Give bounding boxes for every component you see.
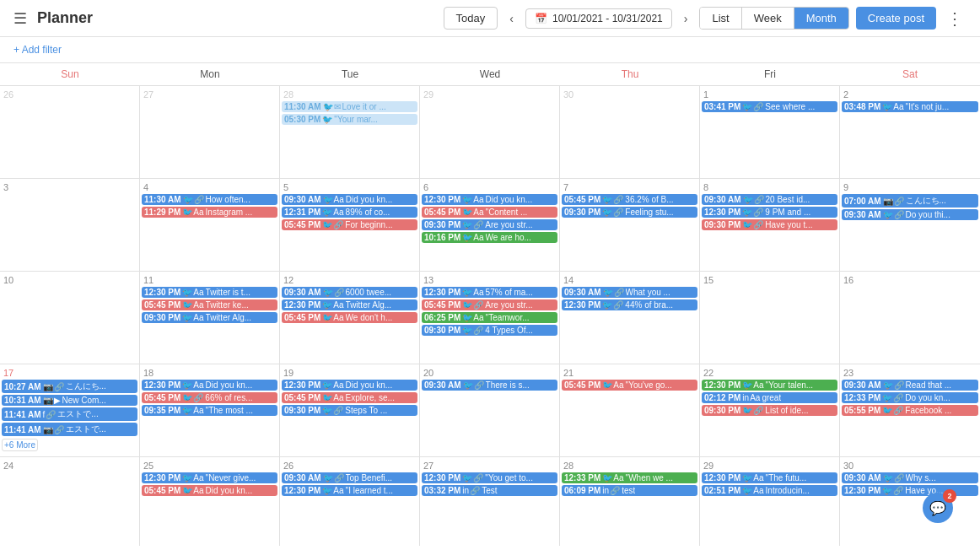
event[interactable]: 09:30 AM 🐦🔗 20 Best id... <box>702 194 837 205</box>
event[interactable]: 12:30 PM 🐦Aa "The futu... <box>702 472 837 483</box>
event[interactable]: 09:35 PM 🐦Aa "The most ... <box>142 405 277 416</box>
event[interactable]: 09:30 PM 🐦🔗 Are you str... <box>422 219 557 230</box>
event[interactable]: 05:30 PM 🐦 "Your mar... <box>282 114 417 125</box>
event[interactable]: 09:30 PM 🐦🔗 Steps To ... <box>282 405 417 416</box>
hamburger-icon[interactable]: ☰ <box>13 9 27 28</box>
calendar-icon: 📅 <box>535 13 547 24</box>
event[interactable]: 09:30 AM 🐦Aa Did you kn... <box>282 194 417 205</box>
event[interactable]: 12:30 PM 🐦Aa Twitter Alg... <box>282 299 417 310</box>
day-num: 12 <box>282 275 417 287</box>
day-num: 26 <box>282 461 417 472</box>
event[interactable]: 09:30 PM 🐦Aa Twitter Alg... <box>142 312 277 323</box>
day-num: 1 <box>702 89 837 101</box>
event[interactable]: 12:30 PM 🐦Aa "Never give... <box>142 472 277 483</box>
date-range-picker[interactable]: 📅 10/01/2021 - 10/31/2021 <box>525 8 672 29</box>
event[interactable]: 11:41 AM 📷🔗 エストで... <box>2 423 137 436</box>
event[interactable]: 11:29 PM 🐦Aa Instagram ... <box>142 207 277 218</box>
event[interactable]: 11:41 AM f🔗 エストで... <box>2 407 137 421</box>
event[interactable]: 06:09 PM in🔗 test <box>562 485 697 496</box>
list-view-button[interactable]: List <box>700 8 741 29</box>
week-row-3: 10 11 12:30 PM 🐦Aa Twitter is t... 05:45… <box>0 272 980 364</box>
today-button[interactable]: Today <box>444 7 498 30</box>
day-num: 29 <box>702 461 837 472</box>
add-filter-button[interactable]: + Add filter <box>13 44 967 56</box>
create-post-button[interactable]: Create post <box>856 7 936 30</box>
event[interactable]: 05:45 PM 🐦Aa Did you kn... <box>142 485 277 496</box>
event[interactable]: 02:12 PM inAa great <box>702 392 837 403</box>
event[interactable]: 12:33 PM 🐦🔗 Do you kn... <box>842 392 978 403</box>
event[interactable]: 05:45 PM 🐦Aa Twitter ke... <box>142 299 277 310</box>
event[interactable]: 05:45 PM 🐦Aa We don't h... <box>282 312 417 323</box>
event[interactable]: 03:41 PM 🐦🔗 See where ... <box>702 101 837 112</box>
day-25: 25 12:30 PM 🐦Aa "Never give... 05:45 PM … <box>140 457 280 546</box>
event[interactable]: 03:48 PM 🐦Aa "It's not ju... <box>842 101 978 112</box>
day-15: 15 <box>700 272 840 364</box>
header-controls: Today ‹ 📅 10/01/2021 - 10/31/2021 › List… <box>444 7 967 30</box>
event[interactable]: 07:00 AM 📷🔗 こんにち... <box>842 194 978 208</box>
day-17: 17 10:27 AM 📷🔗 こんにち... 10:31 AM 📷▶ New C… <box>0 364 140 456</box>
event[interactable]: 12:30 PM 🐦Aa "I learned t... <box>282 485 417 496</box>
day-num: 17 <box>2 368 137 380</box>
more-events-link[interactable]: +6 More <box>2 439 38 451</box>
next-arrow[interactable]: › <box>679 8 693 29</box>
event[interactable]: 09:30 AM 🐦🔗 Do you thi... <box>842 209 978 220</box>
event[interactable]: 10:27 AM 📷🔗 こんにち... <box>2 380 137 393</box>
event[interactable]: 09:30 PM 🐦🔗 Have you t... <box>702 219 837 230</box>
event[interactable]: 09:30 PM 🐦🔗 Feeling stu... <box>562 207 697 218</box>
event[interactable]: 05:45 PM 🐦🔗 66% of res... <box>142 392 277 403</box>
event[interactable]: 12:30 PM 🐦🔗 44% of bra... <box>562 299 697 310</box>
day-19: 19 12:30 PM 🐦Aa Did you kn... 05:45 PM 🐦… <box>280 364 420 456</box>
event[interactable]: 06:25 PM 🐦Aa "Teamwor... <box>422 312 557 323</box>
week-view-button[interactable]: Week <box>742 8 794 29</box>
event[interactable]: 12:30 PM 🐦🔗 Have yo... <box>842 485 978 496</box>
event[interactable]: 09:30 AM 🐦🔗 6000 twee... <box>282 287 417 298</box>
event[interactable]: 11:30 AM 🐦🔗 How often... <box>142 194 277 205</box>
event[interactable]: 09:30 PM 🐦🔗 List of ide... <box>702 405 837 416</box>
day-num: 20 <box>422 368 557 380</box>
event[interactable]: 09:30 PM 🐦🔗 4 Types Of... <box>422 325 557 336</box>
day-4: 4 11:30 AM 🐦🔗 How often... 11:29 PM 🐦Aa … <box>140 179 280 271</box>
event[interactable]: 12:33 PM 🐦Aa "When we ... <box>562 472 697 483</box>
event[interactable]: 09:30 AM 🐦🔗 Why s... <box>842 472 978 483</box>
chat-button[interactable]: 💬 2 <box>923 493 953 523</box>
day-num: 29 <box>422 89 557 101</box>
event[interactable]: 05:45 PM 🐦Aa Explore, se... <box>282 392 417 403</box>
header-thu: Thu <box>560 63 700 85</box>
event[interactable]: 03:32 PM in🔗 Test <box>422 485 557 496</box>
chat-badge: 2 <box>943 489 956 503</box>
event[interactable]: 12:30 PM 🐦Aa Twitter is t... <box>142 287 277 298</box>
event[interactable]: 12:30 PM 🐦Aa Did you kn... <box>422 194 557 205</box>
day-num: 25 <box>142 461 277 472</box>
event[interactable]: 10:16 PM 🐦Aa We are ho... <box>422 232 557 243</box>
event[interactable]: 05:45 PM 🐦🔗 For beginn... <box>282 219 417 230</box>
event[interactable]: 12:30 PM 🐦Aa "Your talen... <box>702 380 837 391</box>
event[interactable]: 11:30 AM 🐦✉ Love it or ... <box>282 101 417 112</box>
event[interactable]: 12:30 PM 🐦Aa Did you kn... <box>142 380 277 391</box>
event[interactable]: 02:51 PM 🐦Aa Introducin... <box>702 485 837 496</box>
event[interactable]: 10:31 AM 📷▶ New Com... <box>2 395 137 406</box>
chat-icon: 💬 <box>929 500 946 516</box>
event[interactable]: 12:30 PM 🐦Aa 57% of ma... <box>422 287 557 298</box>
event[interactable]: 05:45 PM 🐦🔗 Are you str... <box>422 299 557 310</box>
event[interactable]: 09:30 AM 🐦🔗 Read that ... <box>842 380 978 391</box>
calendar-body: 26 27 28 11:30 AM 🐦✉ Love it or ... 05:3… <box>0 86 980 546</box>
week-row-4: 17 10:27 AM 📷🔗 こんにち... 10:31 AM 📷▶ New C… <box>0 364 980 457</box>
month-view-button[interactable]: Month <box>794 8 848 29</box>
event[interactable]: 12:30 PM 🐦🔗 "You get to... <box>422 472 557 483</box>
event[interactable]: 12:30 PM 🐦Aa Did you kn... <box>282 380 417 391</box>
day-num: 24 <box>2 461 137 472</box>
event[interactable]: 05:45 PM 🐦Aa "Content ... <box>422 207 557 218</box>
prev-arrow[interactable]: ‹ <box>504 8 519 29</box>
event[interactable]: 09:30 AM 🐦🔗 There is s... <box>422 380 557 391</box>
day-num: 28 <box>562 461 697 472</box>
event[interactable]: 12:31 PM 🐦Aa 89% of co... <box>282 207 417 218</box>
event[interactable]: 12:30 PM 🐦🔗 9 PM and ... <box>702 207 837 218</box>
day-num: 5 <box>282 182 417 194</box>
day-5: 5 09:30 AM 🐦Aa Did you kn... 12:31 PM 🐦A… <box>280 179 420 271</box>
event[interactable]: 09:30 AM 🐦🔗 Top Benefi... <box>282 472 417 483</box>
event[interactable]: 09:30 AM 🐦🔗 What you ... <box>562 287 697 298</box>
more-options-button[interactable]: ⋮ <box>943 8 967 29</box>
event[interactable]: 05:45 PM 🐦🔗 36.2% of B... <box>562 194 697 205</box>
event[interactable]: 05:55 PM 🐦🔗 Facebook ... <box>842 405 978 416</box>
event[interactable]: 05:45 PM 🐦Aa "You've go... <box>562 380 697 391</box>
